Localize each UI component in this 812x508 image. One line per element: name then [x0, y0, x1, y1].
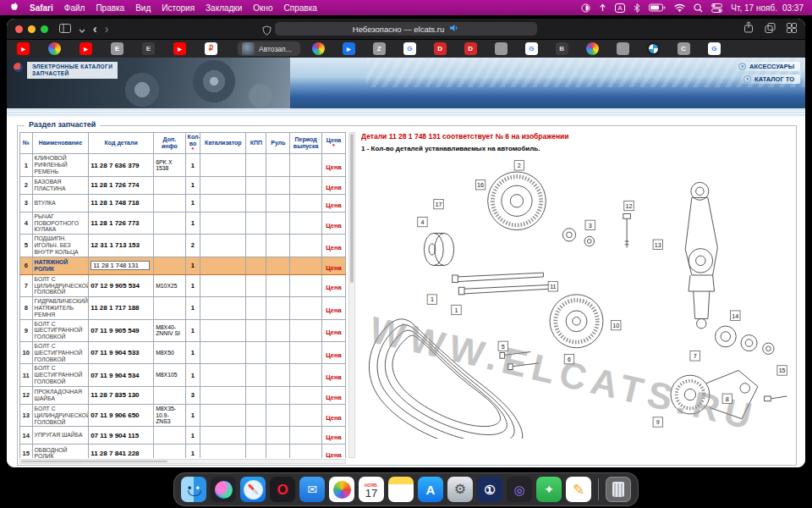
privacy-shield-icon[interactable] [262, 24, 272, 39]
vpn-arrow-icon[interactable] [599, 3, 606, 12]
part-callout[interactable]: 14 [731, 311, 740, 320]
part-callout[interactable]: 11 [548, 282, 557, 291]
menu-item[interactable]: Вид [135, 3, 151, 13]
dock-item-opera[interactable]: O [270, 477, 295, 502]
dock-item-siri[interactable] [211, 477, 236, 502]
close-window-button[interactable] [15, 25, 23, 33]
pinned-tab-favicon[interactable]: D [464, 42, 477, 55]
pinned-tab-favicon[interactable]: Z [373, 42, 386, 55]
dock-item-finder[interactable] [181, 477, 206, 502]
part-code-input[interactable] [91, 261, 150, 270]
back-button[interactable]: ‹ [93, 23, 97, 35]
app-menu-safari[interactable]: Safari [30, 3, 53, 13]
pinned-tab-favicon[interactable]: ₽ [205, 42, 217, 55]
pinned-tab-favicon[interactable]: E [111, 42, 123, 55]
address-bar[interactable]: Небезопасно — elcats.ru [275, 22, 537, 36]
search-icon[interactable] [694, 3, 703, 13]
part-callout[interactable]: 1 [427, 295, 436, 304]
wifi-icon[interactable] [674, 3, 685, 12]
banner-link[interactable]: ›КАТАЛОГ ТО [742, 75, 800, 84]
dock-item-photos[interactable] [329, 477, 354, 502]
scrollbar-thumb[interactable] [350, 134, 354, 283]
menu-clock[interactable]: Чт, 17 нояб. 03:37 [731, 3, 804, 13]
pinned-tab-favicon[interactable] [48, 42, 61, 55]
part-callout[interactable]: 10 [612, 320, 621, 329]
price-link[interactable]: Цена [326, 163, 341, 171]
pinned-tab-favicon[interactable]: D [434, 42, 447, 55]
zoom-window-button[interactable] [41, 25, 48, 33]
sidebar-toggle-button[interactable] [59, 21, 71, 36]
pinned-tab-favicon[interactable]: ▶ [343, 42, 355, 55]
price-link[interactable]: Цена [326, 351, 341, 359]
pinned-tab-favicon[interactable]: G [525, 42, 538, 55]
part-callout[interactable]: 4 [418, 217, 427, 226]
tab-audio-mute-icon[interactable] [449, 24, 459, 34]
table-hscrollbar[interactable] [19, 459, 346, 464]
part-callout[interactable]: 8 [722, 394, 732, 403]
minimize-window-button[interactable] [28, 25, 36, 33]
price-link[interactable]: Цена [326, 244, 341, 251]
pinned-tab-favicon[interactable] [617, 42, 629, 55]
menu-item[interactable]: Файл [64, 3, 85, 13]
pinned-tab-favicon[interactable]: ▶ [80, 42, 92, 55]
site-logo[interactable]: ЭЛЕКТРОННЫЕ КАТАЛОГИ ЗАПЧАСТЕЙ [27, 62, 118, 79]
menu-item[interactable]: Правка [96, 3, 124, 13]
pinned-tab-favicon[interactable] [495, 42, 508, 55]
hscrollbar-thumb[interactable] [21, 461, 167, 462]
price-link[interactable]: Цена [326, 264, 341, 272]
input-source-icon[interactable]: A [615, 3, 625, 13]
part-callout[interactable]: 2 [514, 161, 524, 170]
menu-item[interactable]: История [162, 3, 195, 13]
menu-item[interactable]: Закладки [206, 3, 242, 13]
price-link[interactable]: Цена [326, 373, 341, 381]
price-link[interactable]: Цена [326, 433, 341, 441]
price-link[interactable]: Цена [326, 222, 341, 229]
part-callout[interactable]: 16 [475, 180, 485, 190]
dock-item-calendar[interactable]: нояб.17 [359, 477, 384, 502]
part-callout[interactable]: 7 [690, 351, 700, 361]
dock-item-onepassword[interactable]: ① [477, 477, 502, 502]
part-callout[interactable]: 1 [452, 305, 461, 314]
price-link[interactable]: Цена [326, 184, 341, 191]
menu-item[interactable]: Окно [253, 3, 272, 13]
pinned-tab-favicon[interactable] [312, 42, 325, 55]
dock-item-dark-app[interactable]: ◎ [507, 477, 532, 502]
part-callout[interactable]: 15 [777, 366, 787, 375]
part-callout[interactable]: 17 [434, 199, 443, 208]
dock-item-green-app[interactable]: ✦ [536, 477, 562, 502]
control-center-icon[interactable] [711, 3, 722, 13]
price-link[interactable]: Цена [326, 284, 341, 291]
pinned-tab-favicon[interactable]: ▶ [173, 42, 186, 55]
new-tab-button[interactable] [765, 21, 776, 36]
dock-item-app-store[interactable]: A [418, 477, 443, 502]
table-scrollbar[interactable] [348, 132, 355, 458]
forward-button[interactable]: › [105, 23, 109, 35]
part-callout[interactable]: 5 [498, 341, 508, 351]
dock-item-notes[interactable] [388, 477, 414, 502]
dock-item-safari[interactable] [240, 477, 266, 502]
pinned-tab-favicon[interactable]: C [678, 42, 690, 55]
price-link[interactable]: Цена [326, 202, 341, 209]
pinned-tab-favicon[interactable] [647, 42, 660, 55]
part-callout[interactable]: 3 [585, 220, 595, 229]
display-appearance-icon[interactable] [581, 3, 590, 13]
menu-item[interactable]: Справка [284, 3, 317, 13]
tab-overview-button[interactable] [787, 21, 797, 36]
pinned-tab-favicon[interactable]: G [403, 42, 416, 55]
apple-menu-icon[interactable] [10, 2, 19, 14]
part-callout[interactable]: 6 [564, 354, 573, 363]
pinned-tab-favicon[interactable] [586, 42, 599, 55]
dock-item-automator[interactable]: ⚙ [447, 477, 473, 502]
dock-item-mail[interactable]: ✉ [299, 477, 325, 502]
price-link[interactable]: Цена [326, 414, 341, 422]
part-callout[interactable]: 13 [653, 240, 662, 249]
price-link[interactable]: Цена [326, 306, 341, 314]
share-button[interactable] [743, 21, 754, 36]
price-link[interactable]: Цена [326, 394, 341, 401]
part-callout[interactable]: 12 [624, 201, 634, 210]
price-link[interactable]: Цена [326, 329, 341, 336]
pinned-tab-favicon[interactable]: B [556, 42, 568, 55]
pinned-tab-favicon[interactable]: ▶ [17, 42, 30, 55]
chevron-down-icon[interactable] [79, 21, 85, 36]
active-tab[interactable]: Автозап... [238, 41, 300, 56]
